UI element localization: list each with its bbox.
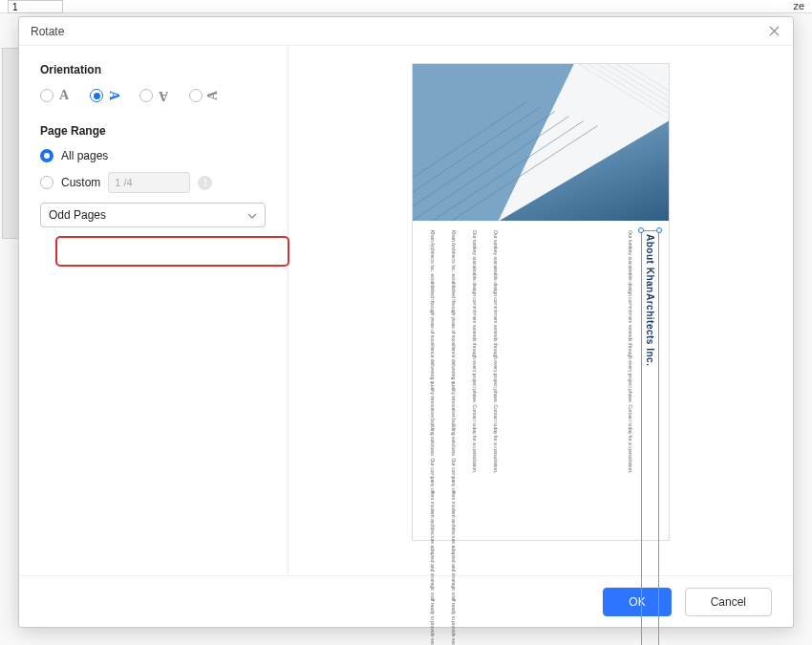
body-text-col3: Our turnkey sustainable design commitmen…	[464, 230, 478, 645]
radio-icon	[139, 89, 153, 102]
orientation-label: Orientation	[40, 63, 267, 76]
selection-handle-icon	[656, 227, 662, 233]
custom-pages-option[interactable]: Custom !	[40, 172, 267, 193]
options-pane: Orientation A A A A Pag	[19, 46, 288, 575]
dialog-footer: OK Cancel	[19, 575, 793, 627]
page-filter-select[interactable]: Odd Pages	[40, 203, 266, 227]
custom-range-input[interactable]	[108, 172, 190, 193]
radio-icon	[90, 89, 103, 102]
close-button[interactable]	[766, 24, 781, 39]
radio-icon	[40, 176, 53, 189]
body-text-col2: Khan Architects Inc. established through…	[443, 230, 457, 645]
dialog-title: Rotate	[31, 25, 64, 38]
radio-icon	[189, 89, 203, 102]
radio-icon	[40, 89, 53, 102]
preview-pane: Khan Architects Inc. established through…	[288, 46, 793, 575]
page-preview: Khan Architects Inc. established through…	[412, 63, 670, 541]
info-icon[interactable]: !	[198, 176, 212, 190]
body-text-col4: Our turnkey sustainable design commitmen…	[485, 230, 499, 645]
letter-a-rotated-icon: A	[106, 91, 121, 100]
radio-icon	[40, 149, 53, 162]
document-title-box: About Khan Architects Inc.	[641, 230, 659, 645]
page-number-field[interactable]	[8, 0, 63, 13]
title-line1: About Khan	[645, 234, 655, 293]
dialog-titlebar: Rotate	[19, 17, 793, 46]
preview-mid-section: Khan Architects Inc. established through…	[413, 221, 669, 645]
thumbnail-strip[interactable]	[2, 48, 19, 239]
orientation-group: A A A A	[40, 88, 267, 103]
orientation-270deg[interactable]: A	[189, 88, 218, 103]
dialog-body: Orientation A A A A Pag	[19, 46, 793, 575]
toolbar-fragment: ze	[793, 0, 804, 11]
letter-a-icon: A	[59, 88, 69, 103]
right-panel-fragment	[793, 48, 812, 239]
close-icon	[769, 26, 780, 36]
cancel-button[interactable]: Cancel	[685, 588, 772, 616]
title-line2: Architects Inc.	[645, 293, 655, 366]
all-pages-option[interactable]: All pages	[40, 149, 267, 162]
letter-a-rotated-icon: A	[205, 91, 221, 100]
app-toolbar	[0, 0, 812, 13]
orientation-180deg[interactable]: A	[139, 88, 168, 103]
selection-handle-icon	[638, 227, 644, 233]
body-text-col5: Our turnkey sustainable design commitmen…	[624, 230, 633, 645]
page-range-label: Page Range	[40, 124, 267, 138]
rotate-dialog: Rotate Orientation A A A	[18, 16, 794, 628]
letter-a-flipped-icon: A	[159, 88, 168, 103]
body-text-col1: Khan Architects Inc. established through…	[422, 230, 436, 645]
all-pages-label: All pages	[61, 149, 108, 162]
orientation-90deg[interactable]: A	[90, 88, 118, 103]
custom-label: Custom	[61, 176, 100, 189]
orientation-0deg[interactable]: A	[40, 88, 69, 103]
chevron-down-icon	[247, 208, 257, 222]
hero-image	[413, 64, 669, 221]
page-filter-value: Odd Pages	[49, 208, 106, 222]
